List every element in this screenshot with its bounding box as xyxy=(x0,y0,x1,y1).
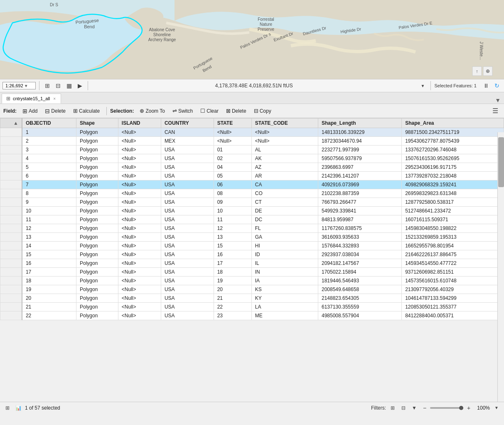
add-field-button[interactable]: ⊞ Add xyxy=(19,106,41,116)
cell-country: USA xyxy=(161,233,214,242)
scale-selector[interactable]: 1:26,692 ▼ xyxy=(2,82,36,89)
table-row[interactable]: 12Polygon<Null>USA12FL11767260.838575145… xyxy=(0,224,504,233)
cell-state: 09 xyxy=(214,198,251,207)
th-state-code[interactable]: STATE_CODE xyxy=(251,119,318,128)
table-row[interactable]: 22Polygon<Null>USA23ME4985008.5579048412… xyxy=(0,311,504,320)
cell-state-code: IA xyxy=(251,277,318,285)
cell-island: <Null> xyxy=(118,189,161,198)
cell-state: 06 xyxy=(214,180,251,189)
th-island[interactable]: ISLAND xyxy=(118,119,161,128)
table-row[interactable]: 6Polygon<Null>USA05AR2142396.14120713773… xyxy=(0,172,504,180)
switch-button[interactable]: ⇌ Switch xyxy=(169,106,196,116)
clear-button[interactable]: ☐ Clear xyxy=(197,106,222,116)
copy-button[interactable]: ⊟ Copy xyxy=(251,106,275,116)
cell-shape-area: 145934514550.477722 xyxy=(402,259,504,268)
cell-country: CAN xyxy=(161,128,214,137)
table-row[interactable]: 9Polygon<Null>USA09CT766793.266477128779… xyxy=(0,198,504,207)
zoom-slider[interactable] xyxy=(430,407,463,409)
row-indicator xyxy=(0,128,22,137)
cell-objectid: 12 xyxy=(22,224,76,233)
tab-overflow-button[interactable]: ▼ xyxy=(493,97,502,104)
cell-objectid: 11 xyxy=(22,215,76,224)
layout-icon[interactable]: ⊟ xyxy=(54,81,63,90)
table-row[interactable]: 21Polygon<Null>USA22LA6137130.3555591208… xyxy=(0,303,504,311)
filter-icon1[interactable]: ⊞ xyxy=(388,404,397,412)
cell-country: USA xyxy=(161,250,214,259)
coord-dropdown-icon[interactable]: ▼ xyxy=(418,81,427,90)
tab-close-button[interactable]: × xyxy=(52,96,57,101)
table-row[interactable]: 15Polygon<Null>USA16ID2923937.0380342164… xyxy=(0,250,504,259)
table-row[interactable]: 20Polygon<Null>USA21KY2148823.6543051046… xyxy=(0,294,504,303)
cell-country: USA xyxy=(161,268,214,277)
table-view-icon[interactable]: ⊞ xyxy=(3,404,12,412)
table-row[interactable]: 14Polygon<Null>USA15HI1576844.3328931665… xyxy=(0,242,504,250)
table-row[interactable]: 5Polygon<Null>USA04AZ2396863.69972952343… xyxy=(0,163,504,172)
cell-shape-length: 1819446.546493 xyxy=(318,277,401,285)
filter-icon2[interactable]: ⊟ xyxy=(399,404,408,412)
zoom-options-icon[interactable]: ▼ xyxy=(492,404,501,412)
bookmark-icon[interactable]: ⊞ xyxy=(43,81,52,90)
cell-country: USA xyxy=(161,154,214,163)
cell-shape: Polygon xyxy=(76,172,118,180)
refresh-button[interactable]: ↻ xyxy=(492,81,502,90)
scrollbar-thumb[interactable] xyxy=(498,137,504,187)
table-row[interactable]: 16Polygon<Null>USA17IL2094182.1475671459… xyxy=(0,259,504,268)
attr-menu-icon[interactable]: ☰ xyxy=(490,106,501,116)
table-row[interactable]: 1Polygon<Null>CAN<Null><Null>148133106.3… xyxy=(0,128,504,137)
attribute-table: ▲ OBJECTID Shape ISLAND COUNTRY STATE ST… xyxy=(0,118,504,320)
svg-text:Forrestal: Forrestal xyxy=(258,17,274,22)
delete-field-button[interactable]: ⊟ Delete xyxy=(42,106,69,116)
cell-country: USA xyxy=(161,285,214,294)
cell-shape-area: 93712606982.851151 xyxy=(402,268,504,277)
cell-state: 15 xyxy=(214,242,251,250)
attribute-table-scroll[interactable]: ▲ OBJECTID Shape ISLAND COUNTRY STATE ST… xyxy=(0,118,504,320)
cell-objectid: 19 xyxy=(22,285,76,294)
table-row[interactable]: 13Polygon<Null>USA13GA3616093.9356331521… xyxy=(0,233,504,242)
scale-dropdown-icon[interactable]: ▼ xyxy=(24,84,28,88)
zoom-minus-button[interactable]: − xyxy=(421,404,428,412)
row-indicator xyxy=(0,285,22,294)
table-row[interactable]: 17Polygon<Null>USA18IN1705022.1589493712… xyxy=(0,268,504,277)
arrow-icon[interactable]: ▶ xyxy=(75,81,84,90)
chart-view-icon[interactable]: 📊 xyxy=(14,404,22,412)
cell-country: USA xyxy=(161,242,214,250)
svg-text:Dr S: Dr S xyxy=(50,2,58,7)
th-state[interactable]: STATE xyxy=(214,119,251,128)
cell-objectid: 15 xyxy=(22,250,76,259)
table-row[interactable]: 2Polygon<Null>MEX<Null><Null>18723034467… xyxy=(0,137,504,146)
cell-objectid: 4 xyxy=(22,154,76,163)
pause-button[interactable]: ⏸ xyxy=(482,81,491,90)
cell-shape-length: 2923937.038034 xyxy=(318,250,401,259)
table-row[interactable]: 18Polygon<Null>USA19IA1819446.5464931457… xyxy=(0,277,504,285)
th-rownum[interactable]: ▲ xyxy=(0,119,22,128)
table-row[interactable]: 11Polygon<Null>USA11DC84813.959987160716… xyxy=(0,215,504,224)
table-row[interactable]: 4Polygon<Null>USA02AK59507566.9378791507… xyxy=(0,154,504,163)
th-objectid[interactable]: OBJECTID xyxy=(22,119,76,128)
cell-shape-length: 1576844.332893 xyxy=(318,242,401,250)
cell-shape: Polygon xyxy=(76,311,118,320)
filter-funnel-icon[interactable]: ▼ xyxy=(410,404,418,412)
th-country[interactable]: COUNTRY xyxy=(161,119,214,128)
zoom-plus-button[interactable]: + xyxy=(465,404,472,412)
calculate-button[interactable]: ⊞ Calculate xyxy=(70,106,103,116)
th-shape[interactable]: Shape xyxy=(76,119,118,128)
table-row[interactable]: 8Polygon<Null>USA08CO2102238.88735926959… xyxy=(0,189,504,198)
map-view[interactable]: Portuguese Bend Abalone Cove Shoreline A… xyxy=(0,0,504,79)
table-row[interactable]: 19Polygon<Null>USA20KS2008549.6486582130… xyxy=(0,285,504,294)
tab-cntrystate[interactable]: ⊞ cntrystate15_1_all × xyxy=(2,94,61,104)
cell-state-code: CT xyxy=(251,198,318,207)
table-row[interactable]: 10Polygon<Null>USA10DE549929.33984151274… xyxy=(0,207,504,215)
cell-shape: Polygon xyxy=(76,277,118,285)
cell-shape-area: 12877925800.538317 xyxy=(402,198,504,207)
th-shape-length[interactable]: Shape_Length xyxy=(318,119,401,128)
cell-state-code: IN xyxy=(251,268,318,277)
table-row[interactable]: 3Polygon<Null>USA01AL2232771.99739913376… xyxy=(0,146,504,154)
vertical-scrollbar[interactable] xyxy=(497,132,504,402)
zoom-to-button[interactable]: ⊕ Zoom To xyxy=(136,106,168,116)
grid-icon[interactable]: ▦ xyxy=(64,81,74,90)
table-row[interactable]: 7Polygon<Null>USA06CA4092916.07396940982… xyxy=(0,180,504,189)
th-shape-area[interactable]: Shape_Area xyxy=(402,119,504,128)
delete-selection-button[interactable]: ⊠ Delete xyxy=(223,106,250,116)
cell-island: <Null> xyxy=(118,172,161,180)
tab-bar: ⊞ cntrystate15_1_all × ▼ xyxy=(0,92,504,104)
